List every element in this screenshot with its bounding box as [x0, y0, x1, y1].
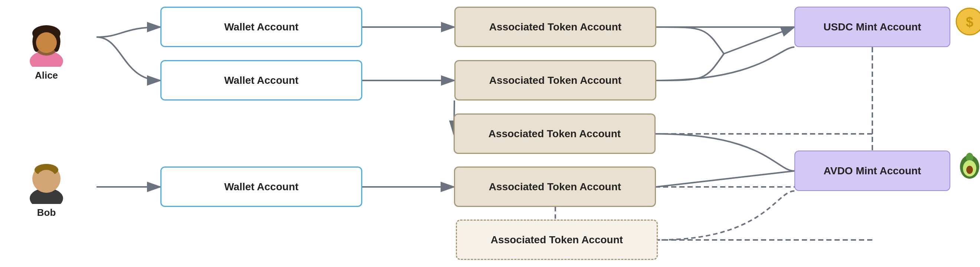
- bob-label: Bob: [37, 207, 56, 218]
- token-box-3: Associated Token Account: [453, 114, 655, 154]
- alice-label: Alice: [35, 70, 58, 81]
- wallet-alice-2: Wallet Account: [161, 60, 362, 101]
- svg-point-8: [36, 32, 57, 53]
- svg-text:$: $: [966, 14, 973, 30]
- alice-avatar: [22, 15, 70, 67]
- coin-icon: $: [955, 7, 980, 36]
- diagram-container: Alice Bob Wallet Account Wallet Account …: [0, 0, 980, 267]
- token-box-1: Associated Token Account: [454, 7, 656, 47]
- token-box-5-dashed: Associated Token Account: [456, 220, 658, 260]
- wallet-alice-1: Wallet Account: [161, 7, 362, 47]
- mint-avdo: AVDO Mint Account: [794, 150, 950, 191]
- svg-point-12: [36, 170, 57, 191]
- token-box-4: Associated Token Account: [454, 166, 656, 207]
- mint-usdc: USDC Mint Account: [794, 7, 950, 47]
- avocado-icon: [955, 150, 980, 180]
- wallet-bob-1: Wallet Account: [161, 166, 362, 207]
- bob-avatar: [22, 152, 70, 204]
- alice-person: Alice: [22, 15, 70, 81]
- bob-person: Bob: [22, 152, 70, 218]
- svg-point-18: [966, 166, 973, 174]
- token-box-2: Associated Token Account: [454, 60, 656, 101]
